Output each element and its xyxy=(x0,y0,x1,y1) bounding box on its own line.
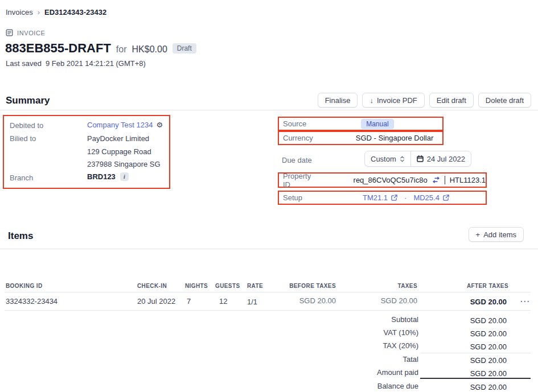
edit-draft-button[interactable]: Edit draft xyxy=(429,93,474,108)
table-header-divider xyxy=(5,292,531,292)
add-items-button[interactable]: + Add items xyxy=(469,227,524,242)
due-date-label: Due date xyxy=(282,155,312,165)
total-value-vat: SGD 20.00 xyxy=(470,329,507,338)
invoice-amount: HK$0.00 xyxy=(132,44,167,55)
setup-row: Setup TM21.1 · MD25.4 xyxy=(278,191,487,205)
property-id-row: Property ID req_86CVoQC5u7ic8o HTL1123.1 xyxy=(278,172,487,188)
calendar-icon xyxy=(417,155,424,162)
summary-title: Summary xyxy=(6,95,50,106)
table-row-divider xyxy=(5,310,531,311)
billing-info-panel: Debited to Company Test 1234 ⚙ Bilied to… xyxy=(3,115,170,189)
last-saved-value: 9 Feb 2021 14:21:21 (GMT+8) xyxy=(46,59,146,68)
total-value-tax: SGD 20.00 xyxy=(470,343,507,351)
source-label: Source xyxy=(283,119,306,128)
totals-divider-dark xyxy=(420,378,531,379)
invoice-type-row: INVOICE xyxy=(6,29,45,36)
chevron-updown-icon xyxy=(400,155,405,163)
breadcrumb-invoices-link[interactable]: Invoices xyxy=(6,8,33,16)
due-date-mode-value: Custom xyxy=(371,155,396,163)
billed-to-line2: 129 Cuppage Road xyxy=(87,147,151,156)
currency-label: Currency xyxy=(283,134,313,142)
breadcrumb-chevron-icon: › xyxy=(38,8,40,16)
col-before-taxes: BEFORE TAXES xyxy=(289,283,336,289)
invoice-pdf-label: Invoice PDF xyxy=(377,96,417,105)
source-row: Source Manual xyxy=(278,117,443,131)
add-items-label: Add items xyxy=(483,230,516,239)
summary-divider xyxy=(0,110,538,110)
title-for-text: for xyxy=(116,44,127,55)
cell-rate: 1/1 xyxy=(247,298,257,306)
page-title: 883EB855-DRAFT xyxy=(5,41,111,56)
finalise-button[interactable]: Finalise xyxy=(318,93,358,108)
property-id-label: Property ID xyxy=(283,172,319,189)
external-link-icon[interactable] xyxy=(443,195,449,201)
company-link[interactable]: Company Test 1234 xyxy=(87,121,153,129)
last-saved-label: Last saved xyxy=(6,59,42,68)
property-id-value: req_86CVoQC5u7ic8o xyxy=(354,176,428,184)
items-divider xyxy=(0,249,538,249)
total-value-total: SGD 20.00 xyxy=(470,356,507,365)
cell-guests: 12 xyxy=(219,297,227,306)
property-sync-icon[interactable] xyxy=(432,177,440,183)
debited-to-value: Company Test 1234 ⚙ xyxy=(87,121,163,129)
due-date-control: Custom 24 Jul 2022 xyxy=(364,151,471,167)
totals-divider-light xyxy=(420,353,531,353)
cell-nights: 7 xyxy=(187,297,191,306)
invoice-doc-icon xyxy=(6,29,13,36)
branch-label: Branch xyxy=(10,174,33,182)
total-label-amount-paid: Amount paid xyxy=(377,368,418,377)
branch-value-row: BRD123 i xyxy=(87,172,129,181)
gear-icon[interactable]: ⚙ xyxy=(156,121,163,129)
cell-before-taxes: SGD 20.00 xyxy=(299,296,336,305)
delete-draft-button[interactable]: Dolete draft xyxy=(478,93,531,108)
currency-row: Currency SGD - Singapore Dollar xyxy=(278,131,443,145)
source-badge: Manual xyxy=(361,119,393,129)
currency-value: SGD - Singapore Dollar xyxy=(356,134,434,142)
summary-actions: Finalise ↓ Invoice PDF Edit draft Dolete… xyxy=(318,93,531,108)
billed-to-line3: 237988 Singapore SG xyxy=(87,160,161,168)
col-guests: GUESTS xyxy=(215,283,240,289)
debited-to-label: Debited to xyxy=(10,121,43,130)
total-label-balance-due: Balance due xyxy=(377,382,418,390)
total-value-amount-paid: SGD 20.00 xyxy=(470,369,507,378)
col-booking-id: BOOKING ID xyxy=(6,283,43,289)
due-date-mode-select[interactable]: Custom xyxy=(365,151,410,166)
row-overflow-menu-icon[interactable]: ⋯ xyxy=(520,299,530,304)
invoice-detail-page: Invoices › ED3124343-23432 INVOICE 883EB… xyxy=(0,0,538,392)
info-icon[interactable]: i xyxy=(120,172,129,181)
total-value-subtotal: SGD 20.00 xyxy=(470,316,507,325)
col-nights: NIGHTS xyxy=(185,283,208,289)
col-taxes: TAXES xyxy=(397,283,417,289)
total-label-vat: VAT (10%) xyxy=(384,328,418,337)
branch-value: BRD123 xyxy=(87,172,116,181)
col-rate: RATE xyxy=(247,283,263,289)
setup-separator-dot: · xyxy=(404,193,406,202)
invoice-pdf-button[interactable]: ↓ Invoice PDF xyxy=(362,93,424,108)
status-badge: Draft xyxy=(173,43,196,53)
setup-link-1[interactable]: TM21.1 xyxy=(363,193,388,202)
billed-to-label: Bilied to xyxy=(10,134,36,143)
billed-to-line1: PayDocker Limited xyxy=(87,134,149,143)
col-after-taxes: AFTER TAXES xyxy=(467,283,508,289)
due-date-value: 24 Jul 2022 xyxy=(427,155,465,163)
total-label-tax: TAX (20%) xyxy=(383,341,418,350)
total-label-total: Tatal xyxy=(403,355,418,364)
due-date-picker[interactable]: 24 Jul 2022 xyxy=(411,151,471,166)
invoice-type-label: INVOICE xyxy=(17,30,45,36)
property-secondary-value: HTL1123.1 xyxy=(450,176,486,184)
last-saved: Last saved9 Feb 2021 14:21:21 (GMT+8) xyxy=(6,59,146,68)
col-check-in: CHECK-IN xyxy=(137,283,167,289)
total-value-balance-due: SGD 20.00 xyxy=(470,383,507,391)
external-link-icon[interactable] xyxy=(391,195,397,201)
property-divider-bar xyxy=(445,176,445,184)
invoice-title-row: 883EB855-DRAFT for HK$0.00 Draft xyxy=(5,41,196,56)
download-icon: ↓ xyxy=(369,96,373,105)
setup-link-2[interactable]: MD25.4 xyxy=(413,193,440,202)
total-label-subtotal: Subtotal xyxy=(391,315,418,324)
breadcrumb-current: ED3124343-23432 xyxy=(44,8,106,16)
breadcrumb: Invoices › ED3124343-23432 xyxy=(6,8,106,16)
cell-check-in: 20 Jul 2022 xyxy=(137,297,175,306)
items-title: Items xyxy=(8,230,33,242)
cell-taxes: SGD 20.00 xyxy=(381,296,417,305)
cell-after-taxes: SGD 20.00 xyxy=(470,298,507,306)
